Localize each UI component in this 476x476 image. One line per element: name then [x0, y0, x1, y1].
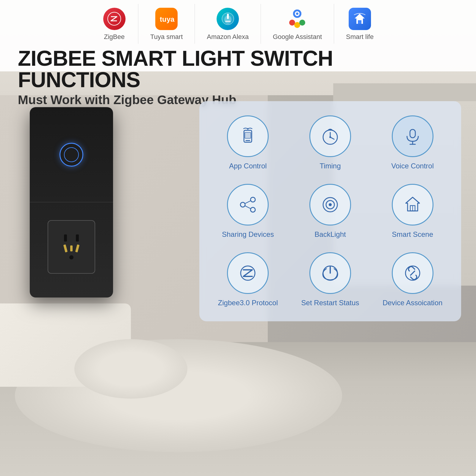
switch-device	[30, 107, 113, 298]
restart-status-icon	[320, 263, 341, 284]
restart-status-label: Set Restart Status	[301, 299, 359, 307]
tuya-brand: tuya Tuya smart	[138, 4, 195, 44]
svg-point-12	[296, 12, 298, 15]
outlet-hole-left	[64, 234, 67, 242]
svg-point-16	[247, 128, 249, 130]
outlet-pin-center	[70, 245, 73, 251]
feature-restart-status: Set Restart Status	[291, 247, 370, 312]
feature-voice-control: Voice Control	[373, 110, 452, 176]
app-control-icon	[237, 126, 258, 147]
svg-point-8	[289, 20, 295, 26]
feature-device-association: Device Assoication	[373, 247, 452, 312]
alexa-icon-wrapper	[216, 7, 240, 31]
svg-rect-17	[245, 132, 251, 138]
svg-text:tuya: tuya	[160, 15, 175, 23]
timing-circle	[309, 115, 351, 157]
tuya-icon-wrapper: tuya	[155, 7, 178, 31]
logos-row: ZigBee tuya Tuya smart	[0, 0, 476, 48]
google-brand: Google Assistant	[261, 4, 334, 44]
svg-point-22	[329, 129, 331, 131]
google-label: Google Assistant	[273, 33, 322, 41]
svg-point-9	[294, 22, 300, 28]
svg-point-27	[240, 202, 245, 207]
svg-rect-5	[225, 21, 231, 22]
timing-icon	[320, 126, 341, 147]
smartlife-label: Smart life	[346, 33, 374, 41]
smartlife-icon-wrapper	[348, 7, 372, 31]
restart-status-circle	[309, 252, 351, 294]
zigbee-protocol-circle	[227, 252, 269, 294]
switch-button-ring[interactable]	[60, 143, 83, 167]
svg-rect-15	[245, 140, 250, 141]
svg-rect-23	[410, 129, 415, 138]
alexa-brand: Amazon Alexa	[195, 4, 261, 44]
svg-point-33	[329, 203, 332, 206]
device-association-label: Device Assoication	[383, 299, 442, 307]
feature-backlight: BackLight	[291, 178, 370, 244]
top-bar: ZigBee tuya Tuya smart	[0, 0, 476, 71]
zigbee-protocol-icon	[237, 263, 258, 284]
app-control-label: App Control	[229, 162, 267, 170]
feature-zigbee-protocol: Zigbee3.0 Protocol	[208, 247, 288, 312]
backlight-circle	[309, 184, 351, 226]
sharing-icon	[237, 194, 258, 215]
tuya-logo: tuya	[155, 8, 178, 30]
app-control-circle	[227, 115, 269, 157]
voice-control-circle	[392, 115, 433, 157]
smartlife-brand: Smart life	[334, 4, 386, 44]
zigbee-brand: ZigBee	[90, 4, 138, 44]
features-panel: App Control Timing	[199, 101, 461, 321]
smart-scene-icon	[402, 194, 423, 215]
google-svg	[286, 8, 309, 30]
google-icon-wrapper	[285, 7, 309, 31]
switch-lower	[30, 202, 113, 292]
outlet-pins	[64, 245, 79, 252]
zigbee-logo	[103, 8, 126, 30]
svg-rect-13	[358, 20, 361, 24]
tuya-svg: tuya	[158, 13, 175, 25]
backlight-label: BackLight	[314, 230, 346, 239]
sharing-label: Sharing Devices	[222, 230, 274, 239]
switch-button-inner	[64, 147, 79, 162]
outlet-hole-round	[69, 255, 73, 259]
svg-point-26	[250, 197, 255, 202]
backlight-icon	[320, 194, 341, 215]
voice-control-icon	[402, 126, 423, 147]
timing-label: Timing	[320, 162, 341, 170]
feature-timing: Timing	[291, 110, 370, 176]
coffee-table	[74, 339, 187, 399]
svg-point-21	[329, 136, 331, 138]
feature-smart-scene: Smart Scene	[373, 178, 452, 244]
switch-upper	[30, 107, 113, 202]
svg-line-29	[245, 201, 250, 203]
switch-area	[18, 107, 125, 315]
outlet-hole-right	[76, 234, 79, 242]
main-title: ZIGBEE SMART LIGHT SWITCH FUNCTIONS	[18, 48, 458, 90]
feature-sharing: Sharing Devices	[208, 178, 288, 244]
outlet	[48, 220, 95, 274]
zigbee-label: ZigBee	[104, 33, 125, 41]
tuya-label: Tuya smart	[150, 33, 183, 41]
svg-line-39	[411, 271, 415, 275]
alexa-logo	[217, 8, 239, 30]
sharing-circle	[227, 184, 269, 226]
svg-point-28	[250, 207, 255, 212]
outlet-holes-top	[64, 234, 79, 242]
device-association-circle	[392, 252, 433, 294]
outlet-pin-right	[75, 244, 79, 252]
smartlife-logo	[349, 8, 371, 30]
voice-control-label: Voice Control	[391, 162, 434, 170]
smartlife-svg	[352, 11, 367, 26]
svg-line-30	[245, 206, 250, 209]
zigbee-icon-wrapper	[102, 7, 126, 31]
svg-rect-4	[227, 14, 229, 19]
zigbee-svg	[107, 11, 122, 26]
alexa-svg	[220, 11, 235, 26]
alexa-label: Amazon Alexa	[207, 33, 249, 41]
feature-app-control: App Control	[208, 110, 288, 176]
smart-scene-label: Smart Scene	[392, 230, 433, 239]
svg-point-10	[299, 20, 305, 26]
zigbee-protocol-label: Zigbee3.0 Protocol	[218, 299, 278, 307]
device-association-icon	[402, 263, 423, 284]
google-logo	[286, 8, 309, 30]
